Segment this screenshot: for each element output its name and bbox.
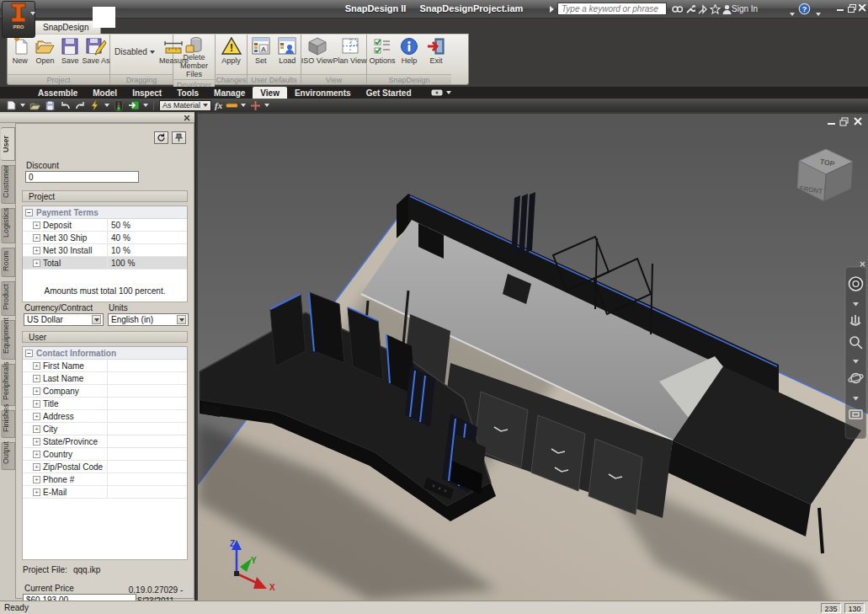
qat-open-icon[interactable] — [29, 100, 40, 111]
open-button[interactable]: Open — [34, 35, 57, 66]
expand-icon[interactable]: + — [33, 362, 40, 370]
contact-row-last-name[interactable]: +Last Name — [23, 372, 187, 385]
tab-view[interactable]: View — [253, 87, 287, 99]
tab-model[interactable]: Model — [85, 87, 125, 99]
expand-icon[interactable]: + — [33, 247, 40, 254]
qat-save-icon[interactable] — [44, 100, 56, 111]
expand-icon[interactable]: + — [33, 234, 40, 242]
expand-icon[interactable]: + — [33, 222, 40, 229]
minimize-button[interactable] — [835, 3, 846, 13]
contact-row-address[interactable]: +Address — [23, 410, 187, 423]
contact-row-country[interactable]: +Country — [23, 448, 187, 461]
payment-row-net30install[interactable]: + Net 30 Install 10 % — [23, 244, 187, 257]
collapse-icon[interactable]: − — [25, 209, 33, 216]
sidebar-tab-user[interactable]: User — [1, 127, 15, 161]
parameters-fx-button[interactable]: fx — [215, 100, 222, 110]
menubar-extra-button[interactable] — [431, 89, 451, 96]
update-caret-icon[interactable] — [104, 104, 109, 107]
search-icon[interactable] — [670, 3, 684, 16]
expand-icon[interactable]: + — [33, 400, 40, 408]
help-icon[interactable]: ? — [797, 2, 811, 15]
qat-new-icon[interactable] — [5, 100, 17, 111]
sidebar-tab-peripherals[interactable]: Peripherals — [1, 364, 15, 406]
expand-icon[interactable]: + — [33, 375, 40, 382]
help-caret-icon[interactable] — [816, 8, 821, 18]
restore-button[interactable] — [846, 3, 857, 13]
contact-row-city[interactable]: +City — [23, 423, 187, 435]
expand-icon[interactable]: + — [33, 387, 40, 395]
sidebar-tab-output[interactable]: Output — [1, 442, 15, 470]
expand-icon[interactable]: + — [33, 259, 40, 267]
quickbar-more-caret-icon[interactable] — [264, 104, 269, 107]
crosshair-icon[interactable] — [249, 100, 261, 111]
close-button[interactable] — [857, 3, 868, 13]
return-icon[interactable] — [128, 100, 140, 111]
sidebar-tab-customer[interactable]: Customer — [1, 165, 15, 204]
tab-environments[interactable]: Environments — [287, 87, 359, 99]
sidebar-tab-logistics[interactable]: Logistics — [1, 208, 15, 243]
currency-combo[interactable]: US Dollar — [24, 313, 104, 326]
return-caret-icon[interactable] — [143, 104, 148, 107]
material-combo[interactable]: As Material — [159, 100, 211, 111]
expand-icon[interactable]: + — [33, 451, 40, 458]
dock-close-icon[interactable] — [184, 115, 191, 122]
tab-assemble[interactable]: Assemble — [30, 87, 85, 99]
wrench-icon[interactable] — [684, 3, 697, 16]
contact-row-title[interactable]: +Title — [23, 398, 187, 410]
expand-icon[interactable]: + — [33, 425, 40, 433]
update-icon[interactable] — [89, 100, 101, 111]
contact-row-zip[interactable]: +Zip/Postal Code — [23, 461, 187, 473]
new-button[interactable]: New — [8, 35, 32, 66]
set-button[interactable]: A Set — [248, 35, 274, 66]
swatch-caret-icon[interactable] — [241, 104, 246, 107]
collapse-icon[interactable]: − — [25, 350, 33, 357]
sidebar-tab-room[interactable]: Room — [1, 248, 15, 277]
sign-in-link[interactable]: Sign In — [732, 4, 758, 13]
tab-inspect[interactable]: Inspect — [125, 87, 169, 99]
viewport-3d[interactable]: TOP FRONT — [198, 114, 868, 601]
sidebar-tab-equipment[interactable]: Equipment — [1, 320, 15, 360]
redo-icon[interactable] — [74, 100, 86, 111]
qat-new-caret-icon[interactable] — [20, 104, 25, 107]
ribbon-help-button[interactable]: Help — [397, 35, 422, 66]
pin-button[interactable] — [172, 131, 186, 144]
contact-row-phone[interactable]: +Phone # — [23, 473, 187, 486]
discount-input[interactable] — [25, 171, 139, 183]
expand-icon[interactable]: + — [33, 438, 40, 446]
payment-row-total[interactable]: + Total 100 % — [23, 257, 187, 270]
delete-member-files-button[interactable]: Delete Member Files — [175, 35, 214, 79]
payment-row-deposit[interactable]: + Deposit 50 % — [23, 219, 187, 232]
exit-button[interactable]: Exit — [423, 35, 449, 66]
search-expand-icon[interactable] — [549, 6, 554, 13]
refresh-button[interactable] — [154, 131, 168, 144]
contact-row-company[interactable]: +Company — [23, 385, 187, 398]
payment-row-net30ship[interactable]: + Net 30 Ship 40 % — [23, 232, 187, 244]
units-combo[interactable]: English (in) — [108, 313, 189, 326]
sidebar-tab-finishes[interactable]: Finishes — [1, 410, 15, 438]
tab-tools[interactable]: Tools — [169, 87, 206, 99]
load-button[interactable]: Load — [275, 35, 301, 66]
undo-icon[interactable] — [59, 100, 71, 111]
plan-view-button[interactable]: Plan View — [334, 35, 366, 66]
sidebar-tab-product[interactable]: Product — [1, 281, 15, 316]
contact-row-first-name[interactable]: +First Name — [23, 360, 187, 372]
tab-snapdesign[interactable]: SnapDesign — [30, 20, 101, 34]
expand-icon[interactable]: + — [33, 413, 40, 420]
traffic-light-icon[interactable] — [113, 100, 125, 111]
contact-row-state[interactable]: +State/Province — [23, 435, 187, 448]
scene-canvas[interactable]: TOP FRONT — [198, 114, 868, 601]
tab-get-started[interactable]: Get Started — [359, 87, 419, 99]
expand-icon[interactable]: + — [33, 463, 40, 471]
search-input[interactable] — [557, 3, 667, 15]
color-swatch-icon[interactable] — [226, 100, 237, 111]
contact-row-email[interactable]: +E-Mail — [23, 486, 187, 499]
tab-manage[interactable]: Manage — [206, 87, 253, 99]
expand-icon[interactable]: + — [33, 489, 40, 496]
expand-icon[interactable]: + — [33, 476, 40, 483]
save-as-button[interactable]: Save As — [83, 35, 109, 66]
save-button[interactable]: Save — [58, 35, 82, 66]
dock-header[interactable] — [0, 114, 194, 123]
iso-view-button[interactable]: ISO View — [302, 35, 333, 66]
dragging-mode-dropdown[interactable]: Disabled — [114, 47, 155, 56]
steering-wheel-icon[interactable] — [849, 277, 863, 291]
